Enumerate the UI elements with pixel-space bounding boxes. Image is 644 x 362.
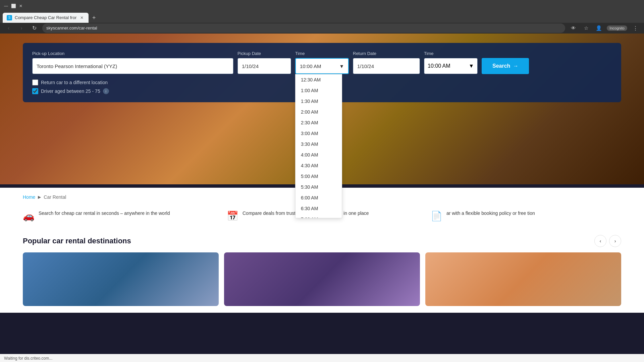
pickup-date-label: Pickup Date — [237, 51, 291, 56]
pickup-date-input[interactable] — [237, 58, 291, 74]
feature-text-3: ar with a flexible booking policy or fre… — [446, 210, 535, 217]
pickup-time-button[interactable]: 10:00 AM ▼ — [295, 58, 349, 74]
nav-arrows: ‹ › — [594, 235, 621, 247]
section-title: Popular car rental destinations — [23, 237, 131, 245]
feature-text-1: Search for cheap car rental in seconds –… — [39, 210, 170, 217]
browser-chrome: — ⬜ ✕ S Compare Cheap Car Rental fror ✕ … — [0, 0, 644, 34]
time-option-200am[interactable]: 2:00 AM — [296, 107, 342, 117]
status-text: Waiting for dis.criteo.com... — [4, 356, 52, 361]
return-time-label: Time — [424, 51, 478, 56]
return-time-arrow-icon: ▼ — [469, 63, 474, 69]
time-option-500am[interactable]: 5:00 AM — [296, 171, 342, 182]
return-time-value: 10:00 AM — [428, 63, 450, 69]
time-option-1230am[interactable]: 12:30 AM — [296, 74, 342, 85]
window-controls: — ⬜ ✕ — [3, 3, 23, 9]
destination-cards — [23, 252, 621, 306]
tab-favicon: S — [7, 15, 12, 20]
feature-item-3: 📄 ar with a flexible booking policy or f… — [431, 210, 621, 222]
return-time-button[interactable]: 10:00 AM ▼ — [424, 58, 478, 74]
feature-item-1: 🚗 Search for cheap car rental in seconds… — [23, 210, 213, 222]
breadcrumb-current: Car Rental — [44, 194, 66, 200]
bookmark-icon[interactable]: ☆ — [581, 23, 591, 33]
breadcrumb-separator: ▶ — [38, 195, 41, 199]
calendar-icon: 📅 — [227, 210, 238, 222]
status-bar: Waiting for dis.criteo.com... — [0, 354, 644, 362]
page-content: Pick-up Location Pickup Date Time 10:00 … — [0, 34, 644, 362]
minimize-button[interactable]: — — [3, 3, 9, 9]
return-different-label: Return car to a different location — [41, 80, 108, 85]
pickup-location-label: Pick-up Location — [32, 51, 233, 56]
refresh-button[interactable]: ↻ — [30, 23, 39, 33]
car-icon: 🚗 — [23, 210, 35, 222]
time-option-130am[interactable]: 1:30 AM — [296, 96, 342, 107]
search-row: Pick-up Location Pickup Date Time 10:00 … — [32, 51, 612, 74]
return-date-input[interactable] — [353, 58, 420, 74]
pickup-location-group: Pick-up Location — [32, 51, 233, 74]
return-date-group: Return Date — [353, 51, 420, 74]
pickup-date-group: Pickup Date — [237, 51, 291, 74]
time-option-100am[interactable]: 1:00 AM — [296, 85, 342, 96]
title-bar: — ⬜ ✕ — [0, 0, 644, 12]
url-bar[interactable] — [42, 23, 565, 33]
maximize-button[interactable]: ⬜ — [11, 3, 16, 9]
document-icon: 📄 — [431, 210, 442, 222]
destination-card-bg-3 — [425, 252, 621, 306]
section-header: Popular car rental destinations ‹ › — [23, 235, 621, 247]
back-button[interactable]: ‹ — [4, 23, 13, 33]
active-tab[interactable]: S Compare Cheap Car Rental fror ✕ — [3, 13, 89, 23]
pickup-location-input[interactable] — [32, 58, 233, 74]
next-arrow-button[interactable]: › — [609, 235, 621, 247]
selected-time-display: 10:00 AM — [300, 63, 321, 69]
breadcrumb-home[interactable]: Home — [23, 194, 35, 200]
time-select-wrapper: 10:00 AM ▼ 12:30 AM 1:00 AM 1:30 AM 2:00… — [295, 58, 349, 74]
search-button[interactable]: Search → — [482, 58, 529, 74]
tab-bar: S Compare Cheap Car Rental fror ✕ + — [0, 12, 644, 23]
forward-button[interactable]: › — [17, 23, 26, 33]
close-button[interactable]: ✕ — [18, 3, 23, 9]
new-tab-button[interactable]: + — [89, 13, 99, 23]
time-option-530am[interactable]: 5:30 AM — [296, 182, 342, 192]
dropdown-arrow-icon: ▼ — [339, 63, 344, 69]
driver-age-info-icon[interactable]: i — [103, 88, 109, 94]
destination-card-1[interactable] — [23, 252, 219, 306]
pickup-time-group: Time 10:00 AM ▼ 12:30 AM 1:00 AM 1:30 AM… — [295, 51, 349, 74]
return-different-checkbox[interactable] — [32, 79, 38, 85]
destination-card-bg-1 — [23, 252, 219, 306]
time-option-630am[interactable]: 6:30 AM — [296, 203, 342, 214]
incognito-badge[interactable]: Incognito — [607, 25, 627, 31]
time-option-600am[interactable]: 6:00 AM — [296, 192, 342, 203]
search-widget: Pick-up Location Pickup Date Time 10:00 … — [23, 43, 621, 102]
pickup-time-label: Time — [295, 51, 349, 56]
time-option-300am[interactable]: 3:00 AM — [296, 128, 342, 139]
return-date-label: Return Date — [353, 51, 420, 56]
driver-age-checkbox[interactable] — [32, 88, 38, 94]
prev-arrow-button[interactable]: ‹ — [594, 235, 606, 247]
address-bar: ‹ › ↻ 👁 ☆ 👤 Incognito ⋮ — [0, 23, 644, 34]
time-option-400am[interactable]: 4:00 AM — [296, 149, 342, 160]
eye-slash-icon[interactable]: 👁 — [569, 23, 578, 33]
time-option-230am[interactable]: 2:30 AM — [296, 117, 342, 128]
driver-age-label: Driver aged between 25 - 75 — [41, 88, 100, 94]
destination-card-3[interactable] — [425, 252, 621, 306]
return-time-group: Time 10:00 AM ▼ — [424, 51, 478, 74]
destination-card-2[interactable] — [224, 252, 420, 306]
menu-icon[interactable]: ⋮ — [631, 23, 640, 33]
time-option-330am[interactable]: 3:30 AM — [296, 139, 342, 149]
tab-close-button[interactable]: ✕ — [79, 15, 85, 20]
time-option-430am[interactable]: 4:30 AM — [296, 160, 342, 171]
profile-icon[interactable]: 👤 — [594, 23, 603, 33]
search-arrow-icon: → — [513, 63, 518, 69]
destination-card-bg-2 — [224, 252, 420, 306]
popular-section: Popular car rental destinations ‹ › — [23, 235, 621, 306]
time-option-700am[interactable]: 7:00 AM — [296, 214, 342, 218]
search-button-label: Search — [492, 63, 510, 69]
tab-title: Compare Cheap Car Rental fror — [15, 15, 76, 20]
time-dropdown[interactable]: 12:30 AM 1:00 AM 1:30 AM 2:00 AM 2:30 AM… — [295, 74, 342, 218]
